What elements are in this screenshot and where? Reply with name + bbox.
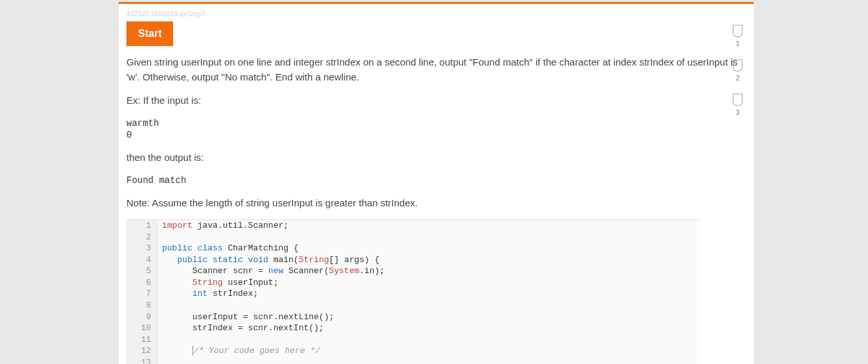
code-line[interactable]: 5 Scanner scnr = new Scanner(System.in); xyxy=(126,265,699,277)
line-number: 4 xyxy=(126,254,158,266)
line-number: 12 xyxy=(126,345,158,357)
code-text[interactable]: /* Your code goes here */ xyxy=(158,345,320,357)
code-line[interactable]: 9 userInput = scnr.nextLine(); xyxy=(126,311,699,323)
code-text[interactable]: import java.util.Scanner; xyxy=(158,220,288,232)
code-text[interactable]: Scanner scnr = new Scanner(System.in); xyxy=(158,265,384,277)
code-line[interactable]: 12 /* Your code goes here */ xyxy=(126,345,699,357)
shield-icon xyxy=(732,25,744,38)
example-input: warmth 0 xyxy=(126,117,746,142)
code-line[interactable]: 2 xyxy=(126,232,699,243)
shield-number: 2 xyxy=(730,75,745,82)
code-text[interactable] xyxy=(158,232,167,243)
line-number: 11 xyxy=(126,334,158,346)
progress-shield[interactable]: 3 xyxy=(730,93,745,116)
code-text[interactable]: String userInput; xyxy=(158,277,278,289)
line-number: 9 xyxy=(126,311,158,323)
code-editor[interactable]: 1import java.util.Scanner;2 3public clas… xyxy=(126,219,699,364)
code-text[interactable]: public static void main(String[] args) { xyxy=(158,254,380,266)
progress-shield[interactable]: 2 xyxy=(730,59,745,82)
shield-number: 3 xyxy=(730,109,745,116)
line-number: 1 xyxy=(126,220,158,232)
code-text[interactable]: int strIndex; xyxy=(158,288,258,300)
code-line[interactable]: 1import java.util.Scanner; xyxy=(126,220,699,232)
line-number: 6 xyxy=(126,277,158,289)
code-line[interactable]: 6 String userInput; xyxy=(126,277,699,289)
progress-shield[interactable]: 1 xyxy=(730,25,745,47)
line-number: 5 xyxy=(126,265,158,277)
line-number: 10 xyxy=(126,322,158,334)
challenge-card: 432322.2659228.qx3zqy7 Start Given strin… xyxy=(119,2,754,364)
progress-shields: 123 xyxy=(730,25,745,128)
code-text[interactable] xyxy=(158,300,167,311)
shield-icon xyxy=(732,93,744,106)
line-number: 13 xyxy=(126,357,158,364)
line-number: 3 xyxy=(126,243,158,254)
code-text[interactable]: strIndex = scnr.nextInt(); xyxy=(158,322,324,334)
code-line[interactable]: 8 xyxy=(126,300,699,311)
code-line[interactable]: 4 public static void main(String[] args)… xyxy=(126,254,699,266)
start-button[interactable]: Start xyxy=(126,21,173,46)
line-number: 2 xyxy=(126,232,158,243)
code-text[interactable]: userInput = scnr.nextLine(); xyxy=(158,311,334,323)
line-number: 7 xyxy=(126,288,158,300)
code-line[interactable]: 13 xyxy=(126,357,699,364)
code-line[interactable]: 3public class CharMatching { xyxy=(126,243,699,254)
shield-number: 1 xyxy=(730,40,745,47)
shield-icon xyxy=(732,59,744,72)
code-line[interactable]: 10 strIndex = scnr.nextInt(); xyxy=(126,322,699,334)
code-line[interactable]: 7 int strIndex; xyxy=(126,288,699,300)
text-cursor xyxy=(193,346,193,356)
line-number: 8 xyxy=(126,300,158,311)
problem-statement: Given string userInput on one line and i… xyxy=(126,55,746,84)
code-line[interactable]: 11 xyxy=(126,334,699,346)
example-output: Found match xyxy=(126,175,746,187)
problem-note: Note: Assume the length of string userIn… xyxy=(126,196,746,211)
then-text: then the output is: xyxy=(126,151,746,165)
code-text[interactable] xyxy=(158,357,167,364)
example-intro: Ex: If the input is: xyxy=(126,93,746,108)
code-text[interactable] xyxy=(158,334,167,346)
code-text[interactable]: public class CharMatching { xyxy=(158,243,299,254)
challenge-hash: 432322.2659228.qx3zqy7 xyxy=(126,10,746,18)
